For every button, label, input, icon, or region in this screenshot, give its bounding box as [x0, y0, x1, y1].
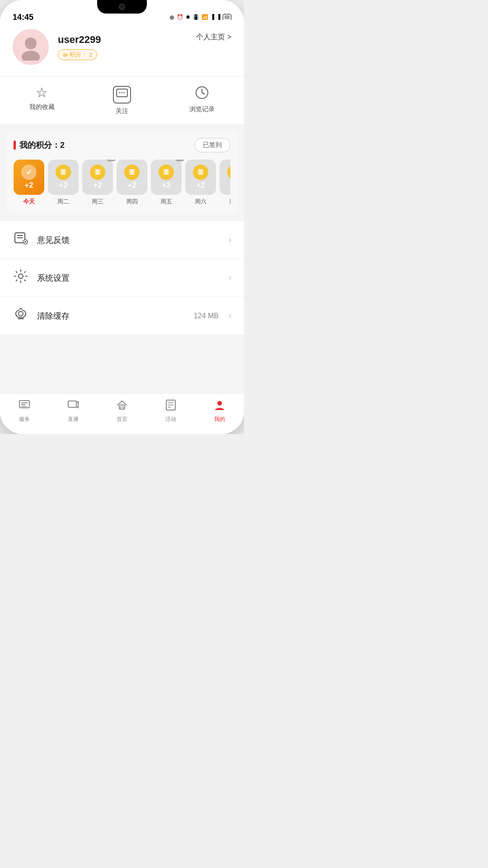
day-card-today[interactable]: ✓ +2 今天 [14, 160, 44, 206]
points-badge-icon: 🎟 [63, 52, 68, 57]
feedback-icon [13, 231, 29, 249]
quick-action-history[interactable]: 浏览记录 [189, 86, 215, 115]
quick-action-favorites[interactable]: ☆ 我的收藏 [29, 86, 55, 115]
cache-icon [13, 307, 29, 325]
day-card-inner-tue: 签 +2 [48, 160, 79, 195]
menu-section: 意见反馈 › 系统设置 › [0, 221, 244, 335]
clock-icon [195, 86, 209, 102]
svg-rect-24 [121, 407, 123, 409]
day-card-sun[interactable]: +6 签 +2 周日 [220, 160, 230, 206]
fri-label: 周五 [160, 198, 172, 206]
feedback-arrow: › [229, 235, 231, 245]
mine-icon [214, 399, 225, 414]
svg-point-3 [119, 92, 120, 94]
live-label: 直播 [68, 415, 79, 423]
phone-frame: 14:45 ⊕ ⏰ ✱ 📳 📶 ▐ ▐ 68 user2299 [0, 0, 244, 434]
tue-label: 周二 [57, 198, 69, 206]
live-icon [67, 399, 79, 414]
sat-points: +2 [196, 181, 205, 190]
nav-service[interactable]: 服务 [9, 399, 40, 423]
avatar-svg [17, 33, 44, 61]
profile-section: user2299 🎟 积分： 2 个人主页 > [0, 20, 244, 76]
activity-label: 活动 [165, 415, 176, 423]
nav-live[interactable]: 直播 [57, 399, 89, 423]
settings-label: 系统设置 [37, 273, 221, 283]
profile-link[interactable]: 个人主页 > [196, 33, 231, 42]
day-card-sat[interactable]: 签 +2 周六 [185, 160, 216, 206]
day-card-inner-today: ✓ +2 [14, 160, 44, 195]
svg-point-4 [121, 92, 122, 94]
day-card-thu[interactable]: 签 +2 周四 [117, 160, 147, 206]
sat-label: 周六 [195, 198, 206, 206]
day-card-inner-thu: 签 +2 [117, 160, 147, 195]
cache-value: 124 MB [194, 312, 219, 320]
bluetooth-icon: ✱ [186, 14, 190, 20]
svg-point-1 [22, 51, 40, 61]
signal1-icon: ▐ [211, 14, 215, 20]
wed-sign: 签 [90, 165, 105, 180]
sat-sign: 签 [193, 165, 208, 180]
camera [119, 4, 125, 10]
sun-label: 周日 [229, 198, 230, 206]
follow-label: 关注 [116, 107, 128, 115]
thu-sign: 签 [124, 165, 140, 180]
day-card-inner-wed: +2 签 +2 [82, 160, 113, 195]
day-card-tue[interactable]: 签 +2 周二 [48, 160, 79, 206]
today-sign: ✓ [21, 165, 37, 180]
svg-point-15 [19, 274, 23, 278]
settings-icon [13, 269, 29, 287]
points-card-header: 我的积分：2 已签到 [14, 138, 230, 152]
today-points: +2 [24, 181, 33, 190]
checkin-button[interactable]: 已签到 [194, 138, 230, 152]
mine-label: 我的 [214, 415, 225, 423]
favorites-label: 我的收藏 [29, 103, 55, 111]
svg-point-16 [19, 311, 23, 316]
signal2-icon: ▐ [216, 14, 221, 20]
feedback-label: 意见反馈 [37, 235, 221, 245]
menu-item-settings[interactable]: 系统设置 › [0, 259, 244, 297]
menu-item-feedback[interactable]: 意见反馈 › [0, 221, 244, 259]
home-label: 首页 [117, 415, 127, 423]
day-card-inner-sun: +6 签 +2 [220, 160, 230, 195]
day-card-inner-sat: 签 +2 [185, 160, 216, 195]
activity-icon [165, 399, 177, 414]
day-card-wed[interactable]: +2 签 +2 周三 [82, 160, 113, 206]
day-cards: ✓ +2 今天 签 +2 周二 +2 签 [14, 160, 230, 208]
settings-arrow: › [229, 273, 231, 283]
points-badge-value: 2 [89, 52, 92, 58]
history-label: 浏览记录 [189, 105, 215, 113]
notch [97, 0, 147, 14]
red-bar [14, 141, 16, 150]
wed-badge: +2 [107, 160, 116, 161]
svg-point-29 [217, 401, 222, 406]
cache-label: 清除缓存 [37, 311, 186, 321]
main-content: user2299 🎟 积分： 2 个人主页 > ☆ 我的收藏 [0, 20, 244, 393]
points-title-text: 我的积分：2 [19, 140, 65, 151]
today-label: 今天 [23, 198, 35, 206]
bottom-nav: 服务 直播 首页 [0, 393, 244, 434]
wifi-icon: 📶 [202, 14, 208, 20]
quick-actions: ☆ 我的收藏 关注 [0, 77, 244, 124]
spacer [0, 335, 244, 344]
points-badge-label: 积分： [70, 51, 87, 59]
menu-item-cache[interactable]: 清除缓存 124 MB › [0, 297, 244, 335]
day-card-fri[interactable]: +4 签 +2 周五 [151, 160, 182, 206]
tue-sign: 签 [56, 165, 71, 180]
message-icon [113, 86, 131, 104]
cache-arrow: › [229, 311, 231, 321]
service-label: 服务 [19, 415, 30, 423]
nav-mine[interactable]: 我的 [204, 399, 235, 423]
points-badge: 🎟 积分： 2 [58, 49, 97, 60]
quick-action-follow[interactable]: 关注 [113, 86, 131, 115]
points-card-title: 我的积分：2 [14, 140, 65, 151]
wed-points: +2 [93, 181, 102, 190]
nav-home[interactable]: 首页 [106, 399, 138, 423]
sun-sign: 签 [227, 165, 230, 180]
svg-point-0 [25, 38, 37, 49]
nav-activity[interactable]: 活动 [155, 399, 187, 423]
svg-point-5 [123, 92, 125, 94]
fri-sign: 签 [159, 165, 174, 180]
svg-rect-22 [68, 401, 76, 407]
fri-badge: +4 [175, 160, 184, 161]
home-icon [116, 399, 128, 414]
